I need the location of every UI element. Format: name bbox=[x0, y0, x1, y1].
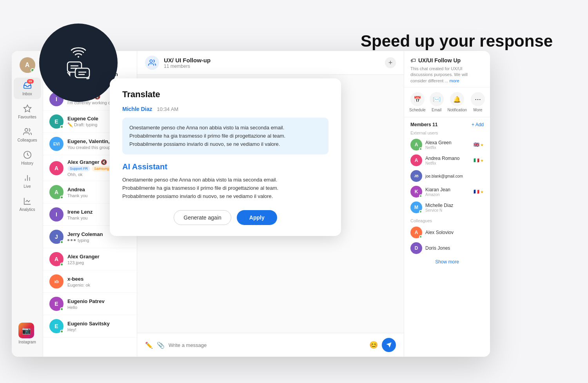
member-flags: 🇫🇷 ★ bbox=[474, 189, 484, 194]
member-item[interactable]: K Kiaran Jean Amazon 🇫🇷 ★ bbox=[410, 184, 484, 200]
member-flags: 🇬🇧 ★ bbox=[474, 142, 484, 147]
avatar: D bbox=[410, 242, 422, 254]
more-actions-button[interactable]: ⋯ More bbox=[471, 92, 485, 112]
emoji-icon[interactable]: 😊 bbox=[369, 341, 378, 349]
member-name: Alexa Green bbox=[425, 140, 452, 145]
member-item[interactable]: JB joe.blank@gmail.com bbox=[410, 168, 484, 184]
member-company: Netflix bbox=[425, 145, 452, 150]
conv-preview: Hey! bbox=[67, 327, 131, 332]
avatar-online-dot bbox=[31, 68, 34, 72]
avatar: E bbox=[49, 297, 64, 311]
email-button[interactable]: ✉️ Email bbox=[430, 92, 444, 112]
member-info: Doris Jones bbox=[425, 245, 450, 251]
members-header: Members 11 + Add bbox=[410, 122, 484, 127]
member-item[interactable]: A Andrea Romano Netflix 🇮🇹 ★ bbox=[410, 152, 484, 168]
add-member-button[interactable]: + Add bbox=[472, 122, 484, 127]
more-link[interactable]: more bbox=[449, 78, 459, 83]
conv-preview: Eugenio: ok bbox=[67, 283, 131, 287]
member-name: joe.blank@gmail.com bbox=[425, 174, 463, 178]
sidebar-item-analytics-label: Analytics bbox=[19, 207, 35, 212]
send-button[interactable] bbox=[382, 338, 396, 352]
typing-dot bbox=[71, 239, 73, 241]
sidebar-item-history[interactable]: History bbox=[14, 147, 41, 169]
sidebar-item-colleagues-label: Colleagues bbox=[17, 138, 37, 142]
list-item[interactable]: E Eugenio Savitsky Hey! bbox=[43, 315, 137, 338]
tag-support-fr: Support FR bbox=[67, 166, 90, 171]
member-name: Doris Jones bbox=[425, 245, 450, 251]
more-icon: ⋯ bbox=[471, 92, 485, 106]
channel-icon bbox=[145, 56, 159, 70]
avatar: A bbox=[49, 252, 64, 266]
list-item[interactable]: E Eugenio Patrev Hello bbox=[43, 293, 137, 315]
modal-actions: Generate again Apply bbox=[122, 210, 328, 225]
star-icon bbox=[23, 104, 32, 113]
more-label: More bbox=[474, 108, 483, 112]
conv-preview: 123.jpeg bbox=[67, 260, 131, 265]
member-flags: 🇮🇹 ★ bbox=[474, 158, 484, 163]
member-info: joe.blank@gmail.com bbox=[425, 174, 463, 178]
main-container: Speed up your response time A 99 Inbox bbox=[0, 0, 588, 383]
modal-title: Translate bbox=[122, 89, 328, 100]
add-chat-button[interactable]: + bbox=[385, 57, 396, 68]
analytics-icon bbox=[23, 196, 32, 206]
inbox-badge: 99 bbox=[27, 79, 34, 83]
notification-icon: 🔔 bbox=[450, 92, 464, 106]
notification-label: Notification bbox=[448, 108, 467, 112]
instagram-icon[interactable]: 📷 bbox=[18, 323, 34, 338]
member-info: Kiaran Jean Amazon bbox=[425, 187, 450, 197]
format-icon[interactable]: ✏️ bbox=[145, 341, 153, 349]
member-name: Kiaran Jean bbox=[425, 187, 450, 192]
member-item[interactable]: M Michelle Diaz Service N bbox=[410, 200, 484, 215]
svg-point-1 bbox=[25, 129, 27, 131]
list-item[interactable]: xb x-bees Eugenio: ok bbox=[43, 270, 137, 293]
member-info: Alexa Green Netflix bbox=[425, 140, 452, 150]
message-input[interactable] bbox=[169, 342, 365, 348]
dark-circle-decoration bbox=[39, 24, 118, 102]
sidebar-item-history-label: History bbox=[21, 161, 33, 165]
svg-rect-11 bbox=[75, 68, 89, 78]
generate-again-button[interactable]: Generate again bbox=[174, 210, 231, 225]
user-avatar[interactable]: A bbox=[20, 57, 35, 73]
sidebar-item-favourites-label: Favourites bbox=[18, 115, 36, 119]
member-item[interactable]: D Doris Jones bbox=[410, 240, 484, 256]
avatar: J bbox=[49, 230, 64, 244]
schedule-button[interactable]: 📅 Schedule bbox=[409, 92, 426, 112]
email-label: Email bbox=[432, 108, 441, 112]
avatar: A bbox=[410, 227, 422, 238]
ai-assistant-title: AI Assistant bbox=[122, 162, 328, 171]
clock-icon bbox=[23, 150, 32, 160]
colleagues-label: Colleagues bbox=[410, 218, 484, 223]
sidebar-item-analytics[interactable]: Analytics bbox=[14, 193, 41, 215]
show-more-button[interactable]: Show more bbox=[410, 256, 484, 268]
avatar: A bbox=[49, 185, 64, 199]
online-dot bbox=[419, 147, 422, 151]
member-item[interactable]: A Alex Soloviov bbox=[410, 225, 484, 240]
member-name: Alex Soloviov bbox=[425, 230, 454, 235]
panel-channel-title: UX/UI Follow Up bbox=[418, 57, 461, 64]
conv-name: x-bees bbox=[67, 276, 131, 282]
inbox-icon: 99 bbox=[23, 81, 32, 90]
conv-name: Alex Granger bbox=[67, 254, 131, 260]
attachment-icon[interactable]: 📎 bbox=[157, 341, 165, 349]
avatar: A bbox=[410, 154, 422, 166]
list-item[interactable]: A Alex Granger 123.jpeg bbox=[43, 248, 137, 270]
member-item[interactable]: A Alexa Green Netflix 🇬🇧 ★ bbox=[410, 137, 484, 152]
member-company: Amazon bbox=[425, 192, 450, 197]
avatar: A bbox=[49, 161, 64, 175]
member-company: Netflix bbox=[425, 161, 459, 165]
sidebar-item-favourites[interactable]: Favourites bbox=[14, 101, 41, 122]
conv-preview: Hello bbox=[67, 305, 131, 310]
apply-button[interactable]: Apply bbox=[237, 210, 277, 225]
schedule-label: Schedule bbox=[409, 108, 426, 112]
sidebar-item-colleagues[interactable]: Colleagues bbox=[14, 124, 41, 145]
channel-members-count: 11 members bbox=[164, 64, 211, 69]
conv-name: Eugenio Patrev bbox=[67, 298, 131, 304]
svg-point-7 bbox=[78, 56, 79, 58]
sidebar-item-live[interactable]: Live bbox=[14, 170, 41, 192]
notification-button[interactable]: 🔔 Notification bbox=[448, 92, 467, 112]
sidebar-item-inbox[interactable]: 99 Inbox bbox=[14, 78, 41, 99]
right-panel: 🏷 UX/UI Follow Up This chat created for … bbox=[404, 51, 490, 357]
avatar: K bbox=[410, 186, 422, 198]
typing-dot bbox=[67, 239, 69, 241]
avatar: E bbox=[49, 319, 64, 333]
